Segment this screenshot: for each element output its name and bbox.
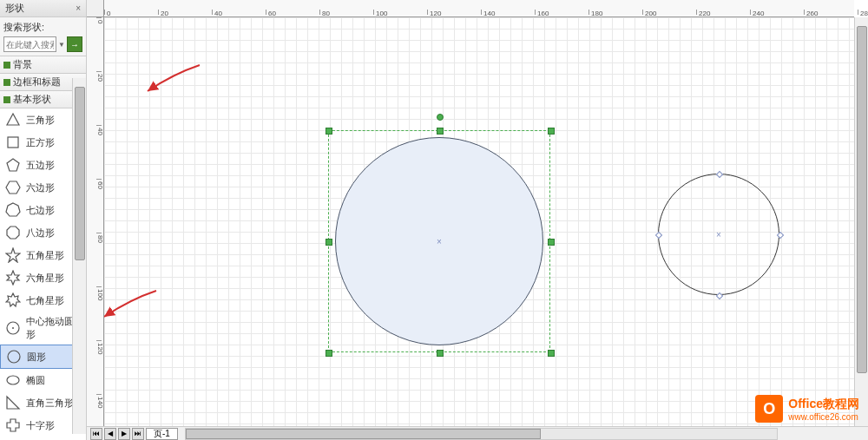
- star6-icon: [5, 270, 21, 286]
- ruler-tick: 0: [96, 17, 102, 23]
- circle-icon: [6, 349, 22, 364]
- dropdown-icon[interactable]: ▼: [58, 41, 65, 49]
- shape-item-rect[interactable]: 矩形: [0, 437, 86, 440]
- page-navigation: ⏮ ◀ ▶ ⏭ 页-1: [87, 428, 181, 440]
- shape-label: 直角三角形: [26, 397, 74, 410]
- shape-label: 圆形: [27, 351, 46, 364]
- expand-icon: [3, 79, 10, 86]
- ruler-tick: 20: [158, 10, 168, 15]
- svg-marker-6: [6, 248, 20, 262]
- next-page-button[interactable]: ▶: [118, 428, 130, 440]
- svg-marker-4: [6, 203, 20, 216]
- selection-handle[interactable]: [326, 128, 332, 135]
- svg-point-11: [8, 351, 20, 363]
- selection-handle[interactable]: [437, 128, 444, 135]
- selection-handle[interactable]: [437, 350, 444, 357]
- search-input[interactable]: [3, 36, 56, 52]
- canvas-scrollbar-vertical[interactable]: [854, 17, 868, 426]
- canvas-area: 0204060801001201401601802002202402602803…: [87, 0, 868, 426]
- svg-marker-3: [6, 181, 20, 194]
- category-item[interactable]: 背景: [0, 56, 86, 74]
- center-marker: ×: [437, 237, 442, 246]
- pentagon-icon: [5, 157, 21, 173]
- ruler-tick: 40: [96, 125, 102, 135]
- selection-handle[interactable]: [548, 128, 555, 135]
- circle-drag-icon: [5, 320, 21, 336]
- square-icon: [5, 135, 21, 150]
- shape-label: 五角星形: [26, 249, 64, 262]
- selection-handle[interactable]: [326, 239, 332, 246]
- selection-handle[interactable]: [326, 350, 332, 357]
- ruler-tick: 120: [427, 10, 441, 15]
- svg-rect-1: [8, 137, 18, 148]
- secondary-circle-shape[interactable]: ×: [658, 174, 779, 295]
- search-button[interactable]: →: [67, 36, 82, 52]
- ruler-tick: 180: [589, 10, 602, 15]
- svg-marker-13: [7, 397, 19, 409]
- category-label: 基本形状: [13, 93, 51, 106]
- heptagon-icon: [5, 202, 21, 218]
- scroll-thumb[interactable]: [75, 87, 85, 260]
- shape-label: 七角星形: [26, 294, 64, 307]
- scroll-thumb[interactable]: [857, 26, 867, 373]
- horizontal-scrollbar[interactable]: [185, 428, 778, 440]
- category-label: 背景: [13, 58, 32, 71]
- svg-point-10: [12, 327, 14, 329]
- svg-marker-8: [6, 293, 20, 306]
- drawing-canvas[interactable]: × ×: [104, 17, 854, 426]
- last-page-button[interactable]: ⏭: [132, 428, 144, 440]
- svg-marker-2: [7, 159, 19, 171]
- shape-label: 三角形: [26, 114, 55, 127]
- svg-marker-0: [7, 114, 19, 125]
- cross-icon: [5, 417, 21, 433]
- shape-label: 六边形: [26, 181, 55, 194]
- ruler-tick: 140: [481, 10, 495, 15]
- ruler-tick: 120: [96, 340, 102, 354]
- rotation-handle[interactable]: [437, 114, 444, 121]
- hexagon-icon: [5, 180, 21, 195]
- shape-label: 五边形: [26, 159, 55, 172]
- shape-label: 椭圆: [26, 374, 45, 387]
- ruler-tick: 20: [96, 71, 102, 82]
- ruler-tick: 160: [535, 10, 549, 15]
- search-label: 搜索形状:: [3, 21, 82, 34]
- ruler-tick: 60: [266, 10, 276, 15]
- ruler-tick: 40: [212, 10, 222, 15]
- svg-marker-14: [7, 419, 19, 431]
- watermark-url: www.office26.com: [788, 412, 859, 422]
- prev-page-button[interactable]: ◀: [104, 428, 116, 440]
- scroll-thumb[interactable]: [186, 429, 541, 439]
- selection-handle[interactable]: [548, 239, 555, 246]
- star5-icon: [5, 247, 21, 263]
- ruler-tick: 0: [104, 10, 110, 15]
- page-tab[interactable]: 页-1: [146, 428, 178, 440]
- ruler-tick: 140: [96, 394, 102, 408]
- ruler-tick: 80: [319, 10, 330, 15]
- main-circle-shape[interactable]: ×: [335, 137, 543, 345]
- shapes-panel: 形状 × 搜索形状: ▼ → 背景边框和标题基本形状 三角形正方形五边形六边形七…: [0, 0, 87, 440]
- ruler-tick: 280: [858, 10, 868, 15]
- ruler-tick: 260: [804, 10, 818, 15]
- shape-label: 十字形: [26, 419, 55, 432]
- shape-label: 六角星形: [26, 272, 64, 285]
- panel-header: 形状 ×: [0, 0, 86, 17]
- close-icon[interactable]: ×: [76, 3, 81, 13]
- panel-scrollbar[interactable]: [72, 78, 86, 434]
- expand-icon: [3, 96, 10, 103]
- bottom-bar: ⏮ ◀ ▶ ⏭ 页-1: [87, 426, 868, 440]
- ruler-tick: 100: [373, 10, 387, 15]
- category-label: 边框和标题: [13, 76, 61, 89]
- search-area: 搜索形状: ▼ →: [0, 17, 86, 56]
- svg-marker-5: [7, 227, 19, 239]
- shape-label: 八边形: [26, 227, 55, 240]
- first-page-button[interactable]: ⏮: [90, 428, 102, 440]
- svg-point-12: [7, 376, 19, 384]
- ruler-tick: 200: [642, 10, 656, 15]
- watermark: O Office教程网 www.office26.com: [755, 395, 859, 423]
- octagon-icon: [5, 225, 21, 240]
- shape-label: 七边形: [26, 204, 55, 217]
- selection-handle[interactable]: [548, 350, 555, 357]
- ellipse-icon: [5, 372, 21, 388]
- shape-label: 正方形: [26, 136, 55, 149]
- ruler-corner: [87, 0, 104, 17]
